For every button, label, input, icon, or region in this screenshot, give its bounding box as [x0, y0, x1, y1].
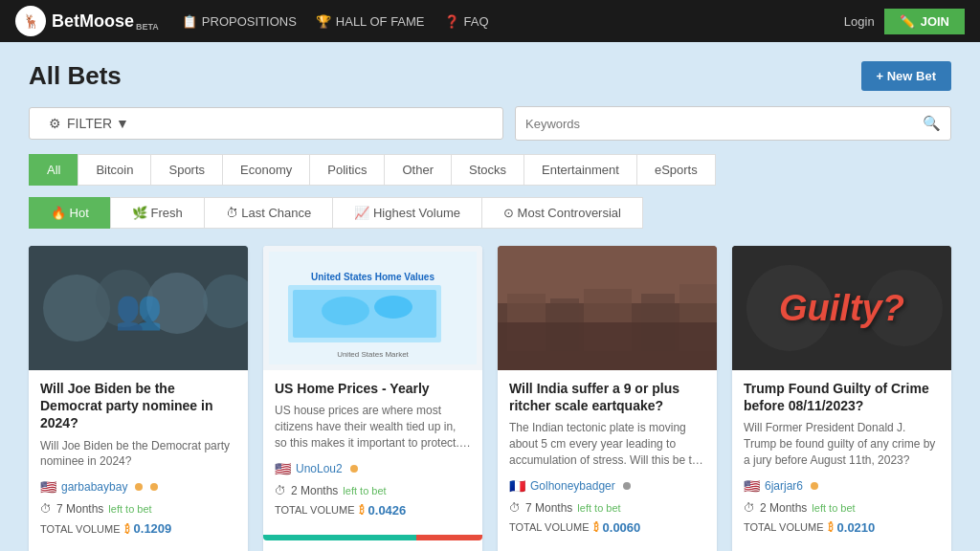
tab-stocks[interactable]: Stocks — [451, 154, 523, 186]
login-button[interactable]: Login — [844, 14, 875, 29]
card-body-zillow: US Home Prices - Yearly US house prices … — [263, 370, 482, 535]
sort-fresh[interactable]: 🌿 Fresh — [110, 197, 204, 229]
btc-icon-biden: ₿ — [124, 523, 130, 535]
nav-propositions[interactable]: 📋 PROPOSITIONS — [182, 14, 297, 29]
card-image-zillow: United States Home Values United States … — [263, 246, 482, 370]
card-time-earthquake: ⏱ 7 Months left to bet — [509, 501, 705, 515]
propositions-icon: 📋 — [182, 14, 197, 29]
card-volume-biden: TOTAL VOLUME ₿ 0.1209 — [40, 521, 236, 536]
flag-biden: 🇺🇸 — [40, 479, 56, 495]
dot1-zillow — [350, 465, 358, 473]
card-desc-trump: Will Former President Donald J. Trump be… — [744, 420, 940, 468]
search-box: 🔍 — [515, 106, 951, 141]
tab-economy[interactable]: Economy — [222, 154, 309, 186]
card-body-trump: Trump Found Guilty of Crime before 08/11… — [732, 370, 951, 551]
navbar: 🦌 BetMoose BETA 📋 PROPOSITIONS 🏆 HALL OF… — [0, 0, 980, 42]
tab-all[interactable]: All — [29, 154, 78, 186]
card-user-biden: 🇺🇸 garbabaybay — [40, 479, 236, 495]
card-title-trump: Trump Found Guilty of Crime before 08/11… — [744, 380, 940, 414]
sort-highest-volume[interactable]: 📈 Highest Volume — [332, 197, 481, 229]
card-title-biden: Will Joe Biden be the Democrat party nom… — [40, 380, 236, 432]
main-content: All Bets + New Bet ⚙ FILTER ▼ 🔍 All Bitc… — [0, 42, 980, 551]
svg-text:United States Home Values: United States Home Values — [311, 272, 434, 282]
category-tabs: All Bitcoin Sports Economy Politics Othe… — [29, 154, 951, 186]
sort-tabs: 🔥 Hot 🌿 Fresh ⏱ Last Chance 📈 Highest Vo… — [29, 197, 951, 229]
tab-esports[interactable]: eSports — [636, 154, 716, 186]
card-title-earthquake: Will India suffer a 9 or plus ritcher sc… — [509, 380, 705, 414]
clock-icon-trump: ⏱ — [744, 501, 755, 515]
card-trump[interactable]: Guilty? Trump Found Guilty of Crime befo… — [732, 246, 951, 551]
filter-icon: ⚙ — [49, 116, 61, 131]
filter-row: ⚙ FILTER ▼ 🔍 — [29, 106, 951, 141]
tab-bitcoin[interactable]: Bitcoin — [78, 154, 150, 186]
btc-icon-zillow: ₿ — [359, 504, 365, 516]
faq-icon: ❓ — [444, 14, 459, 29]
flag-earthquake: 🇫🇷 — [509, 478, 525, 494]
card-volume-zillow: TOTAL VOLUME ₿ 0.0426 — [275, 503, 471, 518]
card-image-biden: 👥 — [29, 246, 248, 370]
nav-hall-of-fame[interactable]: 🏆 HALL OF FAME — [316, 14, 425, 29]
tab-sports[interactable]: Sports — [150, 154, 222, 186]
search-button[interactable]: 🔍 — [913, 107, 950, 140]
flag-zillow: 🇺🇸 — [275, 461, 291, 476]
logo[interactable]: 🦌 BetMoose BETA — [15, 6, 159, 36]
search-input[interactable] — [516, 109, 913, 139]
card-title-zillow: US Home Prices - Yearly — [275, 380, 471, 397]
dot1-earthquake — [623, 482, 631, 490]
tab-entertainment[interactable]: Entertainment — [523, 154, 636, 186]
card-body-earthquake: Will India suffer a 9 or plus ritcher sc… — [498, 370, 717, 551]
nav-links: 📋 PROPOSITIONS 🏆 HALL OF FAME ❓ FAQ — [182, 14, 821, 29]
sort-last-chance[interactable]: ⏱ Last Chance — [204, 197, 333, 229]
sort-hot[interactable]: 🔥 Hot — [29, 197, 110, 229]
clock-icon-biden: ⏱ — [40, 502, 52, 516]
clock-icon-earthquake: ⏱ — [509, 501, 521, 515]
filter-button[interactable]: ⚙ FILTER ▼ — [29, 107, 503, 140]
page-header: All Bets + New Bet — [29, 61, 951, 91]
svg-text:👥: 👥 — [115, 286, 163, 332]
card-user-zillow: 🇺🇸 UnoLou2 — [275, 461, 471, 476]
card-desc-earthquake: The Indian tectonic plate is moving abou… — [509, 420, 705, 468]
hall-icon: 🏆 — [316, 14, 331, 29]
card-desc-zillow: US house prices are where most citizens … — [275, 403, 471, 451]
tab-other[interactable]: Other — [384, 154, 451, 186]
svg-point-12 — [374, 296, 412, 319]
btc-icon-trump: ₿ — [828, 521, 834, 533]
card-user-trump: 🇺🇸 6jarjar6 — [744, 478, 940, 494]
card-image-earthquake — [498, 246, 717, 370]
clock-icon-zillow: ⏱ — [275, 484, 286, 497]
svg-point-11 — [322, 297, 369, 325]
nav-faq[interactable]: ❓ FAQ — [444, 14, 489, 29]
card-volume-earthquake: TOTAL VOLUME ₿ 0.0060 — [509, 520, 705, 535]
cards-grid: 👥 Will Joe Biden be the Democrat party n… — [29, 246, 951, 551]
card-image-trump: Guilty? — [732, 246, 951, 370]
svg-text:United States Market: United States Market — [337, 350, 409, 359]
svg-rect-21 — [498, 322, 717, 370]
new-bet-button[interactable]: + New Bet — [861, 61, 952, 91]
tab-politics[interactable]: Politics — [309, 154, 384, 186]
nav-right: Login ✏️ JOIN — [844, 9, 965, 34]
card-user-earthquake: 🇫🇷 Golhoneybadger — [509, 478, 705, 494]
card-time-biden: ⏱ 7 Months left to bet — [40, 502, 236, 516]
card-time-trump: ⏱ 2 Months left to bet — [744, 501, 940, 515]
dot1-biden — [135, 483, 143, 491]
flag-trump: 🇺🇸 — [744, 478, 760, 494]
card-volume-trump: TOTAL VOLUME ₿ 0.0210 — [744, 520, 940, 535]
edit-icon: ✏️ — [900, 14, 915, 29]
card-desc-biden: Will Joe Biden be the Democrat party nom… — [40, 438, 236, 471]
page-title: All Bets — [29, 61, 122, 91]
logo-icon: 🦌 — [15, 6, 46, 36]
card-biden[interactable]: 👥 Will Joe Biden be the Democrat party n… — [29, 246, 248, 551]
btc-icon-earthquake: ₿ — [593, 521, 599, 533]
dot2-biden — [150, 483, 158, 491]
dot1-trump — [811, 482, 818, 490]
logo-text: BetMoose — [52, 11, 134, 32]
card-earthquake[interactable]: Will India suffer a 9 or plus ritcher sc… — [498, 246, 717, 551]
card-bar-zillow — [263, 535, 482, 540]
beta-badge: BETA — [136, 22, 159, 32]
card-body-biden: Will Joe Biden be the Democrat party nom… — [29, 370, 248, 551]
card-time-zillow: ⏱ 2 Months left to bet — [275, 484, 471, 497]
join-button[interactable]: ✏️ JOIN — [884, 9, 965, 34]
card-zillow[interactable]: United States Home Values United States … — [263, 246, 482, 551]
guilty-text: Guilty? — [779, 288, 904, 329]
sort-most-controversial[interactable]: ⊙ Most Controversial — [481, 197, 643, 229]
